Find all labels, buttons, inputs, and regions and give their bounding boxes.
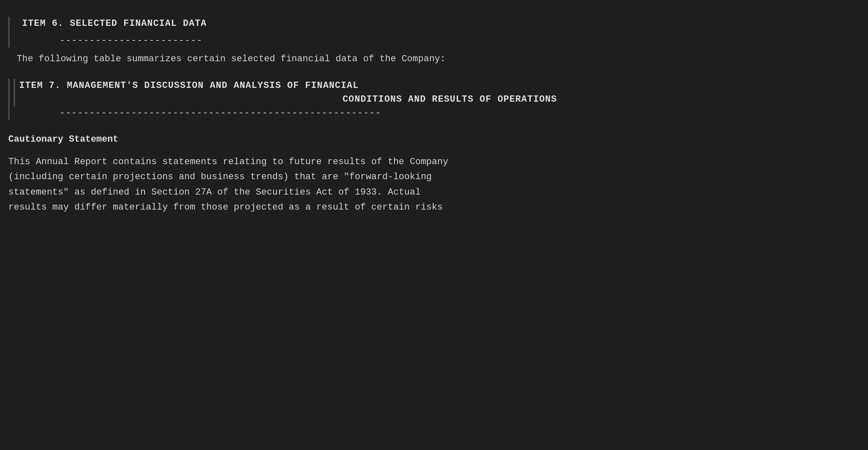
- item7-inner-block: ITEM 7. MANAGEMENT'S DISCUSSION AND ANAL…: [14, 79, 856, 106]
- cautionary-body-text: This Annual Report contains statements r…: [8, 157, 448, 212]
- cautionary-section: Cautionary Statement This Annual Report …: [8, 132, 856, 215]
- item7-heading-line1: ITEM 7. MANAGEMENT'S DISCUSSION AND ANAL…: [19, 79, 856, 92]
- item7-section: ITEM 7. MANAGEMENT'S DISCUSSION AND ANAL…: [8, 79, 856, 120]
- item7-divider: ----------------------------------------…: [14, 106, 856, 120]
- cautionary-heading: Cautionary Statement: [8, 132, 856, 146]
- item6-section: ITEM 6. SELECTED FINANCIAL DATA --------…: [8, 17, 856, 48]
- item6-heading: ITEM 6. SELECTED FINANCIAL DATA: [14, 17, 856, 30]
- item6-paragraph: The following table summarizes certain s…: [8, 52, 856, 66]
- item6-divider: ------------------------: [14, 34, 856, 48]
- cautionary-body: This Annual Report contains statements r…: [8, 155, 856, 215]
- item6-paragraph-text: The following table summarizes certain s…: [17, 54, 446, 64]
- item7-heading-line2: CONDITIONS AND RESULTS OF OPERATIONS: [19, 92, 856, 106]
- document-content: ITEM 6. SELECTED FINANCIAL DATA --------…: [8, 17, 856, 215]
